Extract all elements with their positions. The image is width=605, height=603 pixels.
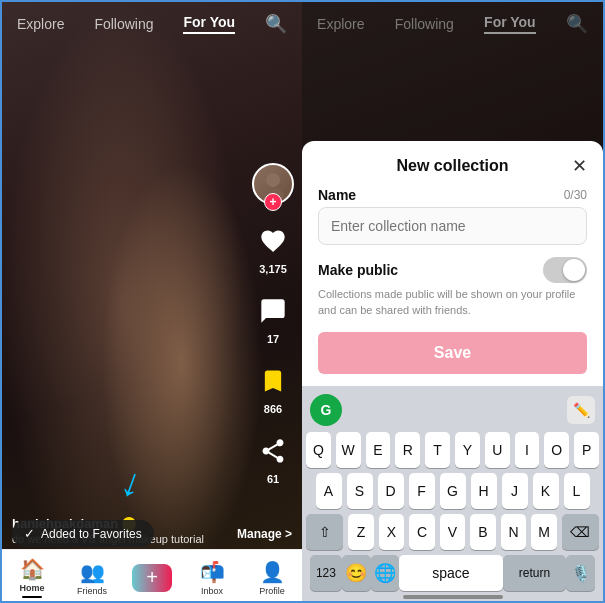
bookmark-button[interactable]: 866 bbox=[253, 361, 293, 415]
grammarly-icon: G bbox=[310, 394, 342, 426]
key-d[interactable]: D bbox=[378, 473, 404, 509]
toast-added: ✓ Added to Favorites bbox=[12, 520, 154, 547]
key-o[interactable]: O bbox=[544, 432, 569, 468]
name-field-row: Name 0/30 bbox=[318, 187, 587, 203]
key-m[interactable]: M bbox=[531, 514, 557, 550]
bottom-nav: 🏠 Home 👥 Friends + 📬 Inbox 👤 Profile bbox=[2, 549, 302, 603]
home-indicator bbox=[306, 591, 599, 601]
nav-home[interactable]: 🏠 Home bbox=[2, 557, 62, 598]
key-s[interactable]: S bbox=[347, 473, 373, 509]
search-icon[interactable]: 🔍 bbox=[265, 13, 287, 35]
add-icon[interactable]: + bbox=[132, 564, 172, 592]
friends-icon: 👥 bbox=[80, 560, 105, 584]
keyboard-row-1: Q W E R T Y U I O P bbox=[306, 432, 599, 468]
check-icon: ✓ bbox=[24, 526, 35, 541]
left-top-nav: Explore Following For You 🔍 bbox=[2, 2, 302, 46]
follow-plus-icon[interactable]: + bbox=[264, 193, 282, 211]
avatar[interactable]: + bbox=[252, 163, 294, 205]
toast-text: Added to Favorites bbox=[41, 527, 142, 541]
modal-title: New collection bbox=[396, 157, 508, 175]
share-button[interactable]: 61 bbox=[253, 431, 293, 485]
bookmark-count: 866 bbox=[264, 403, 282, 415]
close-button[interactable]: ✕ bbox=[572, 155, 587, 177]
friends-label: Friends bbox=[77, 586, 107, 596]
keyboard-pencil-icon[interactable]: ✏️ bbox=[567, 396, 595, 424]
key-b[interactable]: B bbox=[470, 514, 496, 550]
key-y[interactable]: Y bbox=[455, 432, 480, 468]
toast-bar: ✓ Added to Favorites Manage > bbox=[12, 520, 292, 547]
nav-add[interactable]: + bbox=[122, 564, 182, 592]
keyboard-row-2: A S D F G H J K L bbox=[306, 473, 599, 509]
nav-profile[interactable]: 👤 Profile bbox=[242, 560, 302, 596]
collection-name-input[interactable] bbox=[318, 207, 587, 245]
key-q[interactable]: Q bbox=[306, 432, 331, 468]
mic-key[interactable]: 🎙️ bbox=[566, 555, 595, 591]
comment-count: 17 bbox=[267, 333, 279, 345]
shift-key[interactable]: ⇧ bbox=[306, 514, 343, 550]
keyboard: G ✏️ Q W E R T Y U I O P A S D F bbox=[302, 386, 603, 603]
left-panel: Explore Following For You 🔍 + 3,175 bbox=[2, 2, 302, 603]
profile-icon: 👤 bbox=[260, 560, 285, 584]
share-count: 61 bbox=[267, 473, 279, 485]
left-nav-following[interactable]: Following bbox=[94, 16, 153, 32]
keyboard-top-row: G ✏️ bbox=[306, 394, 599, 432]
home-icon: 🏠 bbox=[20, 557, 45, 581]
like-count: 3,175 bbox=[259, 263, 287, 275]
key-l[interactable]: L bbox=[564, 473, 590, 509]
inbox-icon: 📬 bbox=[200, 560, 225, 584]
manage-link[interactable]: Manage > bbox=[237, 527, 292, 541]
keyboard-row-3: ⇧ Z X C V B N M ⌫ bbox=[306, 514, 599, 550]
new-collection-modal: New collection ✕ Name 0/30 Make public C… bbox=[302, 141, 603, 603]
name-label: Name bbox=[318, 187, 356, 203]
key-a[interactable]: A bbox=[316, 473, 342, 509]
key-f[interactable]: F bbox=[409, 473, 435, 509]
space-key[interactable]: space bbox=[399, 555, 502, 591]
key-u[interactable]: U bbox=[485, 432, 510, 468]
delete-key[interactable]: ⌫ bbox=[562, 514, 599, 550]
key-p[interactable]: P bbox=[574, 432, 599, 468]
num-key[interactable]: 123 bbox=[310, 555, 342, 591]
right-panel: Explore Following For You 🔍 New collecti… bbox=[302, 2, 603, 603]
key-i[interactable]: I bbox=[515, 432, 540, 468]
left-nav-for-you[interactable]: For You bbox=[183, 14, 235, 34]
like-button[interactable]: 3,175 bbox=[253, 221, 293, 275]
right-actions: + 3,175 17 866 bbox=[252, 163, 294, 485]
key-n[interactable]: N bbox=[501, 514, 527, 550]
key-r[interactable]: R bbox=[395, 432, 420, 468]
profile-label: Profile bbox=[259, 586, 285, 596]
emoji-key[interactable]: 😊 bbox=[342, 555, 371, 591]
key-v[interactable]: V bbox=[440, 514, 466, 550]
key-c[interactable]: C bbox=[409, 514, 435, 550]
make-public-row: Make public bbox=[318, 257, 587, 283]
return-key[interactable]: return bbox=[503, 555, 567, 591]
home-active-indicator bbox=[22, 596, 42, 598]
inbox-label: Inbox bbox=[201, 586, 223, 596]
nav-inbox[interactable]: 📬 Inbox bbox=[182, 560, 242, 596]
save-button[interactable]: Save bbox=[318, 332, 587, 374]
nav-friends[interactable]: 👥 Friends bbox=[62, 560, 122, 596]
modal-body: Name 0/30 Make public Collections made p… bbox=[302, 183, 603, 386]
home-line bbox=[403, 595, 503, 599]
key-t[interactable]: T bbox=[425, 432, 450, 468]
home-label: Home bbox=[19, 583, 44, 593]
key-z[interactable]: Z bbox=[348, 514, 374, 550]
key-k[interactable]: K bbox=[533, 473, 559, 509]
comment-button[interactable]: 17 bbox=[253, 291, 293, 345]
public-label: Make public bbox=[318, 262, 398, 278]
globe-key[interactable]: 🌐 bbox=[371, 555, 400, 591]
left-nav-explore[interactable]: Explore bbox=[17, 16, 64, 32]
key-x[interactable]: X bbox=[379, 514, 405, 550]
key-w[interactable]: W bbox=[336, 432, 361, 468]
make-public-toggle[interactable] bbox=[543, 257, 587, 283]
name-counter: 0/30 bbox=[564, 188, 587, 202]
public-description: Collections made public will be shown on… bbox=[318, 287, 587, 318]
key-e[interactable]: E bbox=[366, 432, 391, 468]
key-g[interactable]: G bbox=[440, 473, 466, 509]
key-h[interactable]: H bbox=[471, 473, 497, 509]
svg-point-0 bbox=[266, 173, 280, 187]
key-j[interactable]: J bbox=[502, 473, 528, 509]
keyboard-bottom-row: 123 😊 🌐 space return 🎙️ bbox=[306, 555, 599, 591]
modal-header: New collection ✕ bbox=[302, 141, 603, 183]
toggle-knob bbox=[563, 259, 585, 281]
